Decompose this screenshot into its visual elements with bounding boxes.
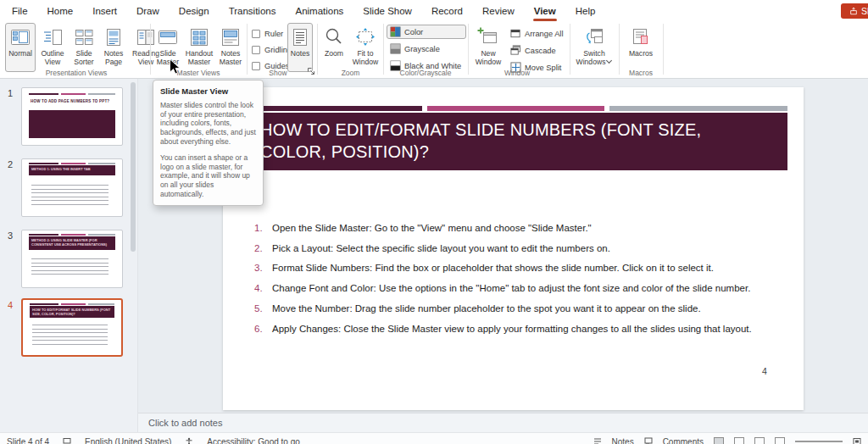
thumbnail-accent-bars [30,303,114,305]
thumbnail-title: HOW TO ADD PAGE NUMBERS TO PPT? [31,99,114,103]
notes-button[interactable]: Notes [287,23,313,72]
handout-master-button[interactable]: Handout Master [183,23,215,72]
accent-bar-gray [609,106,787,111]
new-window-button[interactable]: New Window [471,23,505,72]
arrange-all-label: Arrange All [525,30,563,38]
grayscale-button[interactable]: Grayscale [387,42,466,56]
cascade-icon [510,45,521,56]
tab-file[interactable]: File [12,6,28,16]
status-bar-left: Slide 4 of 4 English (United States) Acc… [7,437,300,444]
thumbnail-text-lines [32,325,108,347]
macros-button[interactable]: Macros [624,23,658,72]
tab-review[interactable]: Review [482,6,515,16]
tab-design[interactable]: Design [179,6,209,16]
status-language[interactable]: English (United States) [85,437,171,444]
status-zoom-slider[interactable] [795,441,843,442]
status-slide-sorter-button[interactable] [734,437,744,444]
slide-thumbnail-4-selected[interactable]: HOW TO EDIT/FORMAT SLIDE NUMBERS (FONT S… [21,298,123,357]
switch-windows-label-line2: Windows [576,58,613,67]
notes-page-label: Notes Page [100,50,127,66]
switch-windows-icon [583,26,605,48]
tab-animations[interactable]: Animations [295,6,343,16]
switch-windows-label: Windows [576,58,606,66]
tab-transitions[interactable]: Transitions [229,6,276,16]
list-item-number: 2. [254,243,272,254]
list-item-text: Move the Number: Drag the slide number p… [272,303,701,314]
tab-slide-show[interactable]: Slide Show [363,6,412,16]
slide-thumbnail-2[interactable]: METHOD 1: USING THE INSERT TAB [21,158,123,217]
thumbnail-accent-bars [29,234,115,236]
slide-sorter-button[interactable]: Slide Sorter [70,23,98,72]
share-button[interactable]: Share [841,3,868,19]
ribbon-divider [570,24,570,75]
ribbon-divider [663,24,664,75]
new-window-icon [477,26,499,48]
arrange-all-button[interactable]: Arrange All [507,26,568,41]
zoom-button[interactable]: Zoom [320,23,348,72]
tab-record[interactable]: Record [431,6,463,16]
group-label-color-grayscale: Color/Grayscale [383,69,468,77]
slide-sorter-label: Slide Sorter [70,50,97,66]
status-normal-view-button[interactable] [714,437,724,444]
status-reading-view-button[interactable] [754,437,765,444]
normal-view-button[interactable]: Normal [5,23,36,72]
tab-draw[interactable]: Draw [136,6,159,16]
tooltip-title: Slide Master View [160,86,256,96]
notes-page-icon [103,26,125,48]
color-label: Color [404,28,423,36]
comments-icon [644,437,653,444]
thumbnail-accent-bars [29,93,115,95]
list-item: 3.Format Slide Numbers: Find the box or … [254,263,788,274]
notes-master-button[interactable]: Notes Master [216,23,245,72]
notes-page-button[interactable]: Notes Page [99,23,128,72]
thumbnail-accent-bars [29,163,115,164]
tab-insert[interactable]: Insert [92,6,117,16]
slide-title-box[interactable]: HOW TO EDIT/FORMAT SLIDE NUMBERS (FONT S… [229,113,787,170]
list-item: 5.Move the Number: Drag the slide number… [254,303,788,314]
list-item-number: 6. [254,324,272,335]
status-accessibility[interactable]: Accessibility: Good to go [207,437,300,444]
ribbon-divider [619,24,620,75]
handout-master-icon [188,26,210,48]
color-icon [390,26,401,37]
group-label-window: Window [470,69,565,77]
thumbnail-text-lines [31,185,108,205]
slide-body-list[interactable]: 1.Open the Slide Master: Go to the "View… [254,223,788,343]
status-comments[interactable]: Comments [663,437,704,444]
ruler-checkbox[interactable] [252,30,260,38]
thumbnail-number-2: 2 [8,159,13,169]
color-button[interactable]: Color [387,25,466,39]
grayscale-label: Grayscale [404,45,440,53]
slide-page-number: 4 [762,366,767,376]
thumbnail-title: METHOD 1: USING THE INSERT TAB [29,165,115,175]
status-notes-toggle[interactable]: Notes [612,437,634,444]
slide-thumbnail-1[interactable]: HOW TO ADD PAGE NUMBERS TO PPT? [21,87,123,146]
fit-to-window-button[interactable]: Fit to Window [348,23,382,72]
handout-master-label: Handout Master [184,50,214,66]
outline-view-button[interactable]: Outline View [36,23,69,72]
cascade-button[interactable]: Cascade [507,43,568,58]
macros-icon [630,26,652,48]
thumbnail-number-3: 3 [8,230,13,241]
notes-pane[interactable]: Click to add notes [138,413,868,432]
status-slideshow-button[interactable] [775,437,785,444]
arrange-all-icon [510,28,521,39]
ribbon-divider [247,24,248,75]
gridlines-checkbox[interactable] [252,46,260,54]
group-label-macros: Macros [620,69,661,77]
slide-master-tooltip: Slide Master View Master slides control … [153,80,264,206]
list-item-text: Apply Changes: Close the Slide Master vi… [272,324,752,335]
outline-view-label: Outline View [37,50,68,66]
slide-thumbnail-3[interactable]: METHOD 2: USING SLIDE MASTER (FOR CONSIS… [21,230,123,288]
tab-view[interactable]: View [534,6,556,16]
tab-home[interactable]: Home [47,6,74,16]
group-label-show: Show [247,69,309,77]
macros-label: Macros [629,50,653,58]
list-item-number: 4. [254,283,272,294]
tab-help[interactable]: Help [576,6,596,16]
slide-canvas[interactable]: HOW TO EDIT/FORMAT SLIDE NUMBERS (FONT S… [223,87,804,410]
thumbnail-scrollbar[interactable] [131,82,136,252]
show-dialog-launcher-icon[interactable] [307,67,315,75]
switch-windows-button[interactable]: Switch Windows [574,23,615,72]
outline-view-icon [42,26,64,48]
